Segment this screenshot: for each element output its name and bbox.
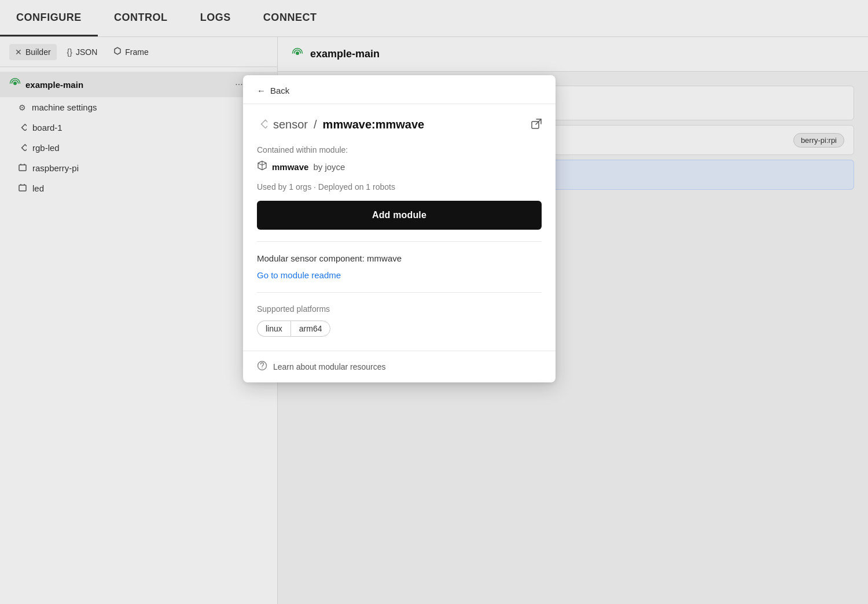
back-arrow-icon: ← — [257, 86, 266, 95]
popup-module-row: mmwave by joyce — [257, 160, 542, 173]
add-module-button[interactable]: Add module — [257, 201, 542, 230]
popup-stats: Used by 1 orgs · Deployed on 1 robots — [257, 182, 542, 191]
popup-body: sensor / mmwave:mmwave Contained within … — [243, 104, 556, 351]
divider-2 — [257, 292, 542, 293]
popup-stats-deployed: Deployed on 1 robots — [318, 182, 395, 191]
contained-label: Contained within module: — [257, 145, 542, 154]
popup-title-main: mmwave:mmwave — [323, 118, 425, 131]
platforms-label: Supported platforms — [257, 304, 542, 314]
popup-stats-used: Used by 1 orgs — [257, 182, 311, 191]
popup-title-prefix: sensor — [273, 118, 308, 131]
footer-text: Learn about modular resources — [273, 362, 386, 371]
platforms-row: linux arm64 — [257, 321, 542, 337]
module-cube-icon — [257, 160, 267, 173]
popup-stats-dot: · — [314, 182, 318, 191]
svg-point-14 — [262, 367, 263, 369]
external-link-button[interactable] — [531, 119, 542, 131]
title-diamond-icon — [257, 118, 267, 131]
divider-1 — [257, 241, 542, 242]
popup-title-row: sensor / mmwave:mmwave — [257, 118, 542, 131]
back-button[interactable]: ← Back — [243, 75, 556, 104]
popup-title-left: sensor / mmwave:mmwave — [257, 118, 424, 131]
popup-footer[interactable]: Learn about modular resources — [243, 351, 556, 382]
popup-module-name: mmwave — [272, 162, 308, 172]
back-label: Back — [270, 86, 289, 95]
component-label: Modular sensor component: mmwave — [257, 253, 542, 263]
popup-module-by: by joyce — [313, 162, 345, 172]
popup-title-separator: / — [314, 118, 317, 131]
platform-arm64: arm64 — [290, 321, 331, 337]
readme-link[interactable]: Go to module readme — [257, 270, 341, 280]
popup-panel: ← Back sensor / mmwave:mmwave — [243, 75, 556, 382]
svg-rect-10 — [262, 120, 267, 128]
question-icon — [257, 360, 267, 373]
platform-linux: linux — [257, 321, 290, 337]
